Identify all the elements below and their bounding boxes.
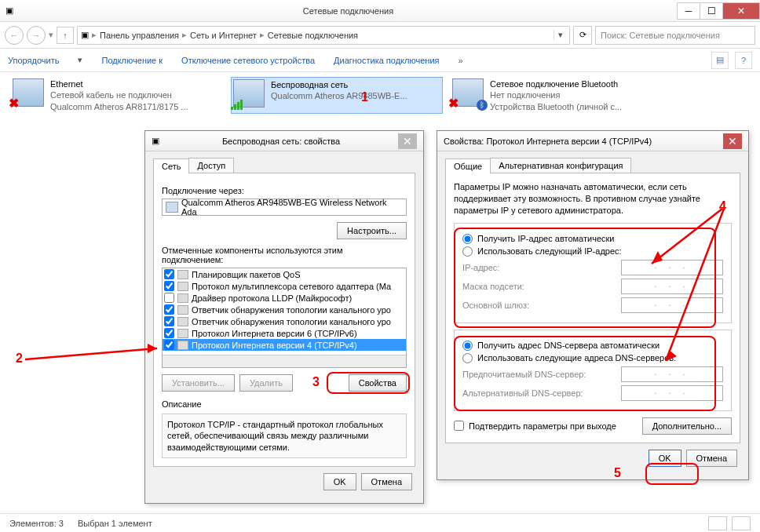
command-bar: Упорядочить▾ Подключение к Отключение се…	[0, 49, 760, 72]
annotation-5: 5	[614, 466, 621, 480]
components-listbox[interactable]: Планировщик пакетов QoS Протокол мультип…	[162, 268, 407, 368]
tab-network[interactable]: Сеть	[153, 159, 189, 173]
tab-access[interactable]: Доступ	[188, 158, 234, 173]
navbar: ← → ▾ ↑ ▣ ▸ Панель управления ▸ Сеть и И…	[0, 22, 760, 49]
adapter-properties-dialog: ▣ Беспроводная сеть: свойства ✕ Сеть Дос…	[144, 130, 424, 504]
annotation-1: 1	[361, 90, 368, 104]
bc-item-0[interactable]: Панель управления	[100, 31, 179, 40]
connect-via-label: Подключение через:	[162, 186, 407, 195]
list-item: Планировщик пакетов QoS	[163, 268, 406, 280]
signal-bars-icon	[231, 100, 243, 110]
description-label: Описание	[162, 399, 407, 409]
dialog-title-bar[interactable]: ▣ Беспроводная сеть: свойства ✕	[145, 131, 423, 151]
list-item-ipv4: Протокол Интернета версии 4 (TCP/IPv4)	[163, 339, 406, 351]
help-icon[interactable]: ?	[735, 52, 752, 69]
item-icon	[177, 270, 188, 279]
connection-bluetooth[interactable]: ✖ᛒ Сетевое подключение Bluetooth Нет под…	[451, 77, 663, 114]
scrollbar[interactable]	[163, 355, 406, 367]
svg-marker-5	[666, 350, 677, 361]
dialog-title: Свойства: Протокол Интернета версии 4 (T…	[444, 137, 723, 146]
bt-badge-icon: ᛒ	[477, 100, 488, 111]
description-text: Протокол TCP/IP - стандартный протокол г…	[162, 414, 407, 458]
item-checkbox[interactable]	[164, 316, 174, 326]
maximize-button[interactable]: ☐	[700, 2, 723, 20]
item-checkbox[interactable]	[164, 269, 174, 279]
item-checkbox[interactable]	[164, 293, 174, 303]
history-dropdown-icon[interactable]: ▾	[49, 30, 53, 40]
redbox-properties	[327, 372, 410, 394]
disable-device-button[interactable]: Отключение сетевого устройства	[181, 56, 315, 65]
dialog-close-button[interactable]: ✕	[398, 133, 417, 149]
annotation-3: 3	[312, 375, 320, 389]
breadcrumb[interactable]: ▣ ▸ Панель управления ▸ Сеть и Интернет …	[77, 26, 570, 45]
bc-dropdown-icon[interactable]: ▾	[554, 30, 566, 40]
titlebar: ▣ Сетевые подключения ─ ☐ ✕	[0, 0, 760, 22]
tab-alternative[interactable]: Альтернативная конфигурация	[490, 158, 631, 173]
item-icon	[177, 317, 188, 326]
bc-item-2[interactable]: Сетевые подключения	[268, 31, 358, 40]
connection-text: Беспроводная сеть Qualcomm Atheros AR948…	[271, 79, 407, 102]
advanced-button[interactable]: Дополнительно...	[642, 417, 732, 435]
svg-line-0	[25, 348, 157, 359]
tabstrip: Общие Альтернативная конфигурация	[445, 158, 740, 173]
confirm-checkbox[interactable]: Подтвердить параметры при выходе	[454, 421, 616, 431]
bc-sep: ▸	[92, 30, 97, 40]
connect-to-button[interactable]: Подключение к	[101, 56, 163, 65]
organize-menu[interactable]: Упорядочить	[8, 56, 59, 65]
minimize-button[interactable]: ─	[677, 2, 700, 20]
dialog-title: Беспроводная сеть: свойства	[164, 137, 398, 146]
connections-list: ✖ Ethernet Сетевой кабель не подключен Q…	[0, 72, 760, 118]
item-icon	[177, 282, 188, 291]
details-view-button[interactable]	[708, 516, 727, 530]
adapter-icon	[166, 202, 178, 213]
close-button[interactable]: ✕	[722, 2, 760, 20]
bc-item-1[interactable]: Сеть и Интернет	[190, 31, 257, 40]
ethernet-icon: ✖	[13, 78, 44, 107]
diagnose-button[interactable]: Диагностика подключения	[334, 56, 439, 65]
list-item: Ответчик обнаружения топологии канальног…	[163, 315, 406, 327]
connection-text: Сетевое подключение Bluetooth Нет подклю…	[490, 78, 622, 112]
dialog-close-button[interactable]: ✕	[723, 133, 742, 149]
arrow-4b	[660, 209, 738, 366]
list-item: Протокол мультиплексора сетевого адаптер…	[163, 280, 406, 292]
adapter-field: Qualcomm Atheros AR9485WB-EG Wireless Ne…	[162, 199, 407, 216]
configure-button[interactable]: Настроить...	[337, 222, 407, 239]
connection-ethernet[interactable]: ✖ Ethernet Сетевой кабель не подключен Q…	[11, 77, 223, 114]
cancel-button[interactable]: Отмена	[361, 473, 412, 490]
item-icon	[177, 305, 188, 315]
annotation-2: 2	[16, 352, 23, 366]
item-checkbox[interactable]	[164, 304, 174, 315]
x-icon: ✖	[9, 96, 19, 111]
bluetooth-icon: ✖ᛒ	[452, 78, 484, 107]
back-button[interactable]: ←	[5, 26, 24, 45]
bc-sep: ▸	[260, 30, 265, 40]
dialog-title-bar[interactable]: Свойства: Протокол Интернета версии 4 (T…	[437, 131, 748, 151]
view-icon[interactable]: ▤	[711, 52, 729, 69]
up-button[interactable]: ↑	[57, 27, 74, 44]
ok-button[interactable]: OK	[323, 473, 356, 490]
remove-button[interactable]: Удалить	[239, 374, 293, 392]
search-input[interactable]: Поиск: Сетевые подключения	[595, 26, 755, 45]
window-buttons: ─ ☐ ✕	[678, 2, 760, 20]
list-item: Протокол Интернета версии 6 (TCP/IPv6)	[163, 327, 406, 339]
svg-marker-1	[148, 344, 157, 353]
redbox-ok	[645, 463, 699, 485]
item-icon	[177, 329, 188, 338]
install-button[interactable]: Установить...	[162, 374, 235, 392]
components-label: Отмеченные компоненты используются этим …	[162, 246, 407, 264]
dialog-icon: ▣	[152, 136, 164, 146]
bc-sep: ▸	[182, 30, 187, 40]
item-checkbox[interactable]	[164, 281, 174, 291]
refresh-button[interactable]: ⟳	[573, 26, 592, 45]
tab-general[interactable]: Общие	[445, 159, 491, 173]
list-item: Ответчик обнаружения топологии канальног…	[163, 304, 406, 315]
statusbar: Элементов: 3 Выбран 1 элемент	[0, 513, 760, 532]
annotation-4: 4	[719, 199, 726, 213]
forward-button[interactable]: →	[27, 26, 46, 45]
connection-wireless[interactable]: Беспроводная сеть Qualcomm Atheros AR948…	[231, 77, 443, 114]
tabstrip: Сеть Доступ	[153, 158, 415, 173]
breadcrumb-icon: ▣	[81, 30, 89, 40]
item-icon	[177, 293, 188, 303]
icons-view-button[interactable]	[732, 516, 751, 530]
list-item: Драйвер протокола LLDP (Майкрософт)	[163, 292, 406, 304]
